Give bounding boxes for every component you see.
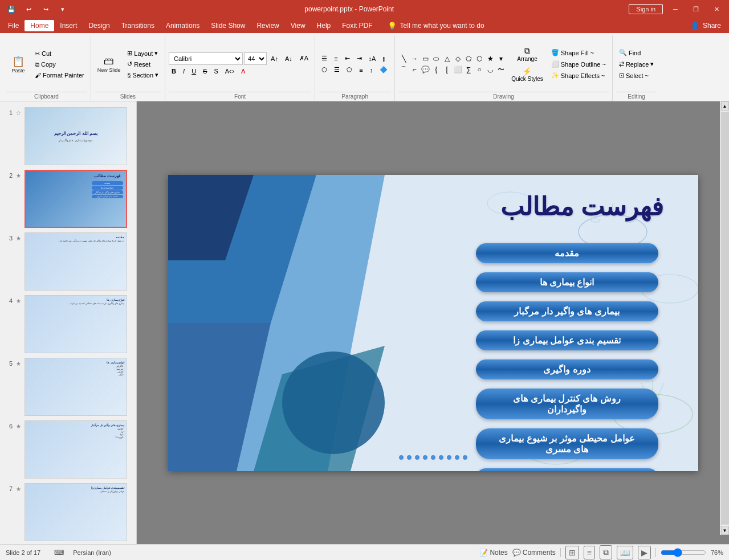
- normal-view-button[interactable]: ⊞: [565, 546, 579, 559]
- format-painter-button[interactable]: 🖌 Format Painter: [32, 71, 87, 80]
- increase-indent-button[interactable]: ⇥: [354, 54, 365, 63]
- slide-item-4[interactable]: 4 ★ انواع بیماری ها بیماری های واگیری دا…: [2, 294, 134, 354]
- numbering-button[interactable]: ≡: [331, 54, 340, 63]
- comments-button[interactable]: 💬 Comments: [512, 549, 556, 557]
- shape-connector[interactable]: ⌒: [398, 64, 409, 75]
- slideshow-button[interactable]: ▶: [638, 546, 651, 559]
- vertical-scrollbar[interactable]: ▲ ▼: [720, 101, 729, 535]
- tell-me-area[interactable]: 💡 Tell me what you want to do: [388, 22, 484, 30]
- font-size-selector[interactable]: 44: [244, 52, 267, 65]
- menu-pill-1[interactable]: مقدمه: [476, 243, 658, 263]
- paste-button[interactable]: 📋 Paste: [6, 36, 31, 92]
- shape-callout[interactable]: 💬: [420, 64, 430, 75]
- decrease-indent-button[interactable]: ⇤: [342, 54, 353, 63]
- zoom-slider[interactable]: [661, 548, 706, 557]
- menu-pill-5[interactable]: دوره واگیری: [476, 359, 658, 379]
- clear-format-button[interactable]: ✗A: [296, 54, 311, 63]
- menu-file[interactable]: File: [2, 20, 25, 31]
- shape-equation[interactable]: ∑: [463, 64, 474, 75]
- menu-pill-6[interactable]: روش های کنترل بیماری های واگیرداران: [476, 389, 658, 419]
- slide-item-6[interactable]: 6 ★ بیماری های واگیر دار مرگبار • طاعون•…: [2, 419, 134, 480]
- line-spacing-button[interactable]: ↕: [367, 66, 376, 75]
- nav-dot[interactable]: [431, 455, 435, 460]
- shape-effects-button[interactable]: ✨ Shape Effects ~: [548, 71, 609, 80]
- layout-button[interactable]: ⊞ Layout ▾: [124, 48, 161, 58]
- menu-pill-3[interactable]: بیماری های واگیر دار مرگبار: [476, 301, 658, 321]
- align-left-button[interactable]: ⬡: [319, 65, 330, 75]
- shape-bent[interactable]: ⌐: [409, 64, 420, 75]
- new-slide-button[interactable]: 🗃 New Slide: [95, 54, 124, 75]
- shape-oval[interactable]: ⬭: [431, 54, 441, 64]
- slide-item-2[interactable]: 2 ★ فهرست مطالب مقدمه انواع بیماری ها بی…: [2, 169, 134, 229]
- shape-wavy[interactable]: 〜: [496, 64, 506, 75]
- italic-button[interactable]: I: [180, 67, 188, 76]
- slide-sorter-button[interactable]: ⧉: [600, 545, 612, 559]
- menu-design[interactable]: Design: [83, 20, 115, 31]
- select-button[interactable]: ⊡ Select ~: [616, 71, 657, 80]
- outline-view-button[interactable]: ≡: [584, 546, 595, 559]
- menu-pill-8[interactable]: علائم بیماری واگیر دار: [476, 468, 658, 471]
- shape-pentagon[interactable]: ⬠: [463, 54, 474, 64]
- shape-outline-button[interactable]: ⬜ Shape Outline ~: [548, 59, 609, 69]
- shape-flowchart[interactable]: ⬜: [453, 64, 463, 75]
- nav-dot[interactable]: [447, 455, 451, 460]
- font-family-selector[interactable]: Calibri: [169, 52, 243, 65]
- shape-arrow[interactable]: →: [409, 54, 420, 64]
- bold-button[interactable]: B: [169, 67, 179, 76]
- shape-star[interactable]: ★: [485, 54, 495, 64]
- minimize-button[interactable]: ─: [667, 3, 683, 15]
- nav-dot[interactable]: [423, 455, 427, 460]
- quick-styles-button[interactable]: ⚡ Quick Styles: [508, 65, 546, 84]
- shape-fill-button[interactable]: 🪣 Shape Fill ~: [548, 48, 609, 58]
- shape-hexagon[interactable]: ⬡: [474, 54, 484, 64]
- columns-button[interactable]: ⫿: [380, 54, 389, 63]
- signin-button[interactable]: Sign in: [629, 4, 663, 14]
- slide-item-1[interactable]: 1 ☆ بسم الله الرحمن الرحیم موضوع: بیماری…: [2, 106, 134, 166]
- decrease-font-button[interactable]: A↓: [282, 54, 295, 63]
- menu-slideshow[interactable]: Slide Show: [205, 20, 251, 31]
- nav-dot[interactable]: [407, 455, 412, 460]
- justify-button[interactable]: ≡: [356, 66, 365, 75]
- save-quick-btn[interactable]: 💾: [5, 3, 18, 15]
- nav-dot[interactable]: [399, 455, 404, 460]
- scroll-thumb-v[interactable]: [721, 112, 729, 525]
- menu-transitions[interactable]: Transitions: [116, 20, 160, 31]
- shape-rect[interactable]: ▭: [420, 54, 430, 64]
- notes-button[interactable]: 📝 Notes: [479, 549, 507, 557]
- nav-dot[interactable]: [455, 455, 459, 460]
- nav-dot[interactable]: [463, 455, 467, 460]
- menu-review[interactable]: Review: [251, 20, 284, 31]
- scroll-down-button[interactable]: ▼: [721, 526, 729, 535]
- reading-view-button[interactable]: 📖: [617, 546, 633, 559]
- underline-button[interactable]: U: [189, 67, 199, 76]
- slide-item-3[interactable]: 3 ★ مقدمه در طول تاریخ بیماری های واگیر …: [2, 231, 134, 292]
- reset-button[interactable]: ↺ Reset: [124, 59, 161, 69]
- text-direction-button[interactable]: ↕A: [366, 54, 379, 63]
- arrange-button[interactable]: ⧉ Arrange: [508, 44, 546, 64]
- copy-button[interactable]: ⧉ Copy: [32, 60, 87, 70]
- menu-insert[interactable]: Insert: [54, 20, 83, 31]
- scroll-up-button[interactable]: ▲: [721, 101, 729, 111]
- replace-button[interactable]: ⇄ Replace ▾: [616, 59, 657, 69]
- shape-diamond[interactable]: ◇: [453, 54, 463, 64]
- redo-quick-btn[interactable]: ↪: [39, 3, 52, 15]
- shadow-text-button[interactable]: S: [211, 67, 221, 76]
- share-label[interactable]: Share: [703, 22, 721, 30]
- restore-button[interactable]: ❐: [688, 3, 704, 15]
- shape-bracket[interactable]: [: [442, 64, 452, 75]
- find-button[interactable]: 🔍 Find: [616, 48, 657, 58]
- shape-arc[interactable]: ◡: [485, 64, 495, 75]
- smartart-button[interactable]: 🔷: [377, 65, 390, 75]
- align-center-button[interactable]: ☰: [331, 65, 343, 75]
- shape-more[interactable]: ▾: [496, 54, 506, 64]
- shape-line[interactable]: ╲: [398, 54, 409, 64]
- section-button[interactable]: § Section ▾: [124, 70, 161, 80]
- shape-triangle[interactable]: △: [442, 54, 452, 64]
- nav-dot[interactable]: [415, 455, 420, 460]
- bullets-button[interactable]: ☰: [319, 54, 330, 63]
- slide-item-5[interactable]: 5 ★ انواع بیماری ها • باکتریایی• ویروسی•…: [2, 357, 134, 417]
- customize-quick-btn[interactable]: ▾: [56, 3, 70, 15]
- menu-help[interactable]: Help: [311, 20, 337, 31]
- menu-animations[interactable]: Animations: [160, 20, 205, 31]
- menu-pill-2[interactable]: انواع بیماری ها: [476, 272, 658, 292]
